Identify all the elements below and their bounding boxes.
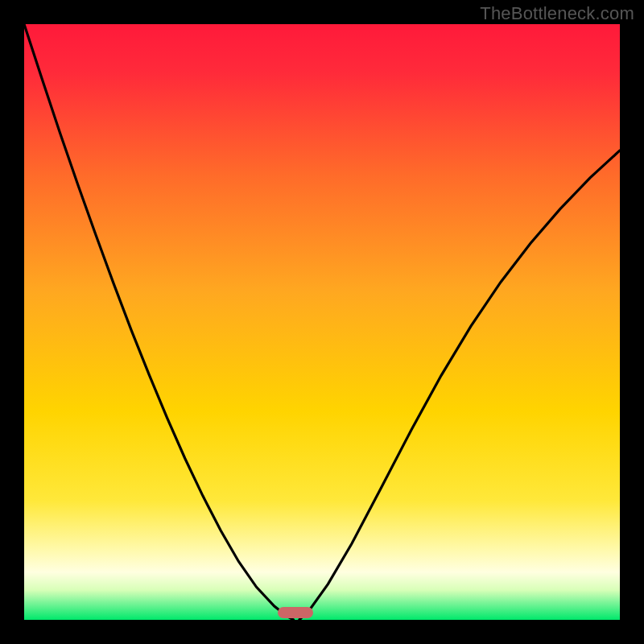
curves-layer <box>24 24 620 620</box>
right-curve <box>299 151 620 620</box>
watermark-text: TheBottleneck.com <box>480 3 634 24</box>
left-curve <box>24 24 293 620</box>
bottleneck-marker <box>278 607 313 618</box>
plot-area <box>24 24 620 620</box>
outer-frame: TheBottleneck.com <box>0 0 644 644</box>
